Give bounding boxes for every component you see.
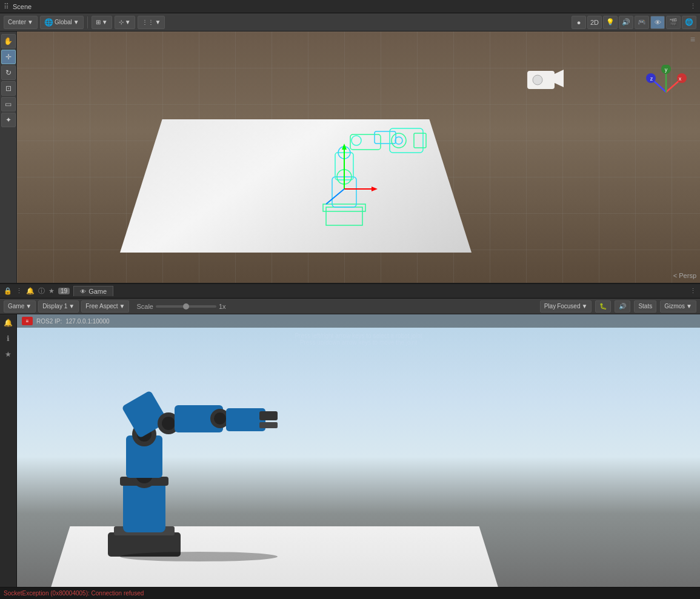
game-left-icon-2[interactable]: ℹ <box>2 333 15 345</box>
svg-point-9 <box>352 136 361 145</box>
mute-icon: 🔊 <box>619 303 626 309</box>
game-toolbar: Game ▼ Display 1 ▼ Free Aspect ▼ Scale 1… <box>0 299 700 314</box>
scene-grid-icon: ⠿ <box>4 2 9 11</box>
svg-marker-19 <box>372 187 378 191</box>
rotate-tool[interactable]: ↻ <box>1 65 16 80</box>
svg-point-2 <box>533 75 542 85</box>
badge-icon[interactable]: ⋮ <box>16 287 22 295</box>
scene-robot-wireframe <box>278 116 435 237</box>
persp-label: < Persp <box>673 272 696 279</box>
svg-point-14 <box>395 137 402 144</box>
move-dropdown: ▼ <box>125 19 131 25</box>
global-icon: 🌐 <box>44 18 53 27</box>
game-left-icon-3[interactable]: ★ <box>2 348 15 360</box>
global-view-button[interactable]: 🌐 <box>682 16 696 29</box>
aspect-button[interactable]: Free Aspect ▼ <box>81 300 129 313</box>
2d-button[interactable]: 2D <box>587 16 602 29</box>
rotate-icon: ↻ <box>5 68 12 77</box>
star-icon[interactable]: ★ <box>48 287 55 295</box>
grid-button[interactable]: ⋮⋮ ▼ <box>138 16 165 29</box>
game-background: ≡ ROS2 IP: 127.0.0.1:10000 Press left/ri… <box>17 314 700 599</box>
hand-tool[interactable]: ✋ <box>1 34 16 48</box>
snap-button[interactable]: ⊞ ▼ <box>92 16 112 29</box>
svg-text:z: z <box>650 76 653 82</box>
display-button[interactable]: Display 1 ▼ <box>38 300 79 313</box>
svg-point-41 <box>162 417 175 430</box>
light-button[interactable]: 💡 <box>603 16 618 29</box>
scene-viewport[interactable]: x z y < Persp ≡ <box>17 31 700 283</box>
eye-button[interactable]: 👁 <box>650 16 665 29</box>
2d-label: 2D <box>590 19 599 26</box>
svg-marker-1 <box>555 70 564 87</box>
game-left-icon-1[interactable]: 🔔 <box>2 317 15 329</box>
scene-toolbar: Center ▼ 🌐 Global ▼ ⊞ ▼ ⊹ ▼ ⋮⋮ ▼ ● 2D 💡 … <box>0 13 700 31</box>
move-tool[interactable]: ✛ <box>1 50 16 64</box>
gizmos-dropdown: ▼ <box>686 303 692 309</box>
effects-button[interactable]: 🎮 <box>635 16 649 29</box>
snap-dropdown: ▼ <box>102 19 108 25</box>
ros2-icon-symbol: ≡ <box>26 319 29 324</box>
game-dropdown-button[interactable]: Game ▼ <box>4 300 36 313</box>
game-panel-header: 🔒 ⋮ 🔔 ⓘ ★ 19 👁 Game ⋮ <box>0 283 700 299</box>
game-robot-arm <box>78 357 332 563</box>
svg-line-24 <box>653 80 666 92</box>
separator-1 <box>87 16 88 28</box>
lock-icon[interactable]: 🔒 <box>4 287 12 295</box>
aspect-label: Free Aspect <box>85 303 118 309</box>
game-dropdown-icon: ▼ <box>25 303 32 309</box>
rect-tool[interactable]: ▭ <box>1 97 16 111</box>
scene-background: x z y < Persp ≡ <box>17 31 700 283</box>
custom-tool[interactable]: ✦ <box>1 113 16 127</box>
center-dropdown-icon: ▼ <box>27 19 33 25</box>
scale-area: Scale 1x <box>136 303 225 310</box>
game-viewport[interactable]: ≡ ROS2 IP: 127.0.0.1:10000 Press left/ri… <box>17 314 700 599</box>
scene-panel: ✋ ✛ ↻ ⊡ ▭ ✦ <box>0 31 700 283</box>
game-label: Game <box>8 303 24 309</box>
focused-label: Focused <box>557 303 580 309</box>
display-label: Display 1 <box>42 303 67 309</box>
shading-button[interactable]: ● <box>572 16 586 29</box>
custom-icon: ✦ <box>5 116 12 124</box>
svg-line-21 <box>666 80 680 92</box>
svg-point-13 <box>392 133 406 148</box>
ros2-status-bar: ≡ ROS2 IP: 127.0.0.1:10000 <box>17 314 700 328</box>
global-label: Global <box>55 19 72 25</box>
global-dropdown-icon: ▼ <box>73 19 79 25</box>
focused-dropdown-icon: ▼ <box>581 303 587 309</box>
center-label: Center <box>8 19 26 25</box>
play-focused-button[interactable]: Play Focused ▼ <box>540 300 592 313</box>
top-bar-menu[interactable]: ⋮ <box>690 2 696 10</box>
ros2-ip-value: 127.0.0.1:10000 <box>65 318 109 325</box>
scene-hamburger-menu[interactable]: ≡ <box>690 35 695 44</box>
game-panel: 🔒 ⋮ 🔔 ⓘ ★ 19 👁 Game ⋮ Game ▼ Display 1 ▼… <box>0 283 700 599</box>
scale-tool[interactable]: ⊡ <box>1 81 16 96</box>
notification-icon[interactable]: 🔔 <box>26 287 35 295</box>
svg-rect-15 <box>414 133 426 148</box>
center-button[interactable]: Center ▼ <box>4 16 38 29</box>
status-error-text: SocketException (0x80004005): Connection… <box>4 590 144 597</box>
ros2-icon: ≡ <box>22 317 33 325</box>
bug-button[interactable]: 🐛 <box>595 300 611 313</box>
info-icon[interactable]: ⓘ <box>38 286 45 296</box>
camera-button[interactable]: 🎬 <box>666 16 681 29</box>
mute-button[interactable]: 🔊 <box>615 300 630 313</box>
scale-value: 1x <box>219 303 226 310</box>
grid-dropdown: ▼ <box>155 19 161 25</box>
gizmo-widget[interactable]: x z y <box>644 65 689 113</box>
gizmos-button[interactable]: Gizmos ▼ <box>660 300 696 313</box>
move-tool-icon: ✛ <box>5 53 12 61</box>
global-button[interactable]: 🌐 Global ▼ <box>40 16 84 29</box>
toolbar-right-icons: ● 2D 💡 🔊 🎮 👁 🎬 🌐 <box>572 16 696 29</box>
move-tool-button[interactable]: ⊹ ▼ <box>115 16 135 29</box>
grid-icon: ⋮⋮ <box>142 19 154 25</box>
game-tab[interactable]: 👁 Game <box>73 286 113 296</box>
scale-slider[interactable] <box>156 305 216 308</box>
scale-text: Scale <box>136 303 153 310</box>
status-bar: SocketException (0x80004005): Connection… <box>0 587 700 599</box>
svg-line-20 <box>326 189 344 204</box>
game-header-menu[interactable]: ⋮ <box>690 287 696 295</box>
svg-text:x: x <box>679 76 682 82</box>
audio-button[interactable]: 🔊 <box>619 16 633 29</box>
stats-button[interactable]: Stats <box>634 300 656 313</box>
game-tab-icon: 👁 <box>80 288 86 295</box>
